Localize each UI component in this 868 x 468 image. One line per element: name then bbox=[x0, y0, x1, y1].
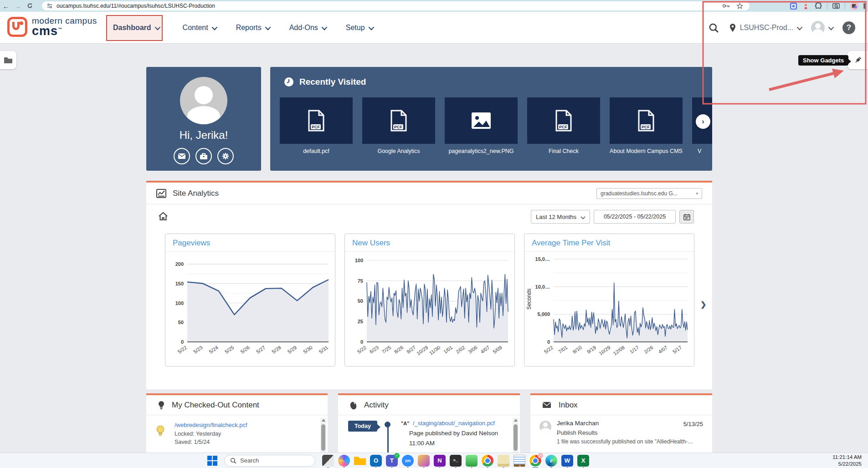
windows-start-button[interactable] bbox=[207, 456, 217, 466]
password-key-icon[interactable] bbox=[722, 3, 730, 9]
taskbar-clock[interactable]: 11:21:14 AM 5/22/2025 bbox=[832, 454, 862, 468]
help-button[interactable]: ? bbox=[842, 21, 855, 34]
browser-forward-icon[interactable]: → bbox=[12, 2, 24, 10]
taskbar-icon-task-view[interactable] bbox=[322, 455, 334, 467]
extension-lighthouse-icon[interactable] bbox=[802, 2, 810, 10]
site-settings-icon[interactable] bbox=[46, 3, 53, 9]
taskbar-icon-outlook[interactable]: O bbox=[370, 455, 382, 467]
calendar-button[interactable] bbox=[679, 210, 694, 224]
date-range-input[interactable]: 05/22/2025 - 05/22/2025 bbox=[594, 210, 676, 224]
new-users-chart-title: New Users bbox=[345, 234, 514, 252]
taskbar-icon-terminal[interactable]: >_ bbox=[450, 455, 462, 467]
scroll-thumb[interactable] bbox=[514, 424, 518, 451]
svg-text:100: 100 bbox=[355, 258, 363, 263]
search-tab-icon[interactable] bbox=[832, 2, 840, 10]
svg-text:0: 0 bbox=[547, 339, 550, 345]
address-bar[interactable]: oucampus.lsuhsc.edu/11/#oucampus/lsuhsc/… bbox=[42, 1, 750, 10]
menu-reports[interactable]: Reports bbox=[236, 24, 269, 32]
taskbar-icon-excel[interactable]: X bbox=[577, 455, 589, 467]
activity-time: 11:00 AM bbox=[401, 440, 498, 447]
analytics-carousel-next[interactable]: ❯ bbox=[700, 300, 706, 309]
extension-blue-icon[interactable] bbox=[790, 2, 797, 10]
svg-text:5/24: 5/24 bbox=[208, 345, 219, 355]
recent-tile[interactable]: pageanalytics2_new.PNG bbox=[445, 97, 518, 155]
pcf-file-icon: PCF bbox=[307, 110, 325, 132]
url-text: oucampus.lsuhsc.edu/11/#oucampus/lsuhsc/… bbox=[56, 3, 722, 9]
menu-add-ons[interactable]: Add-Ons bbox=[289, 24, 326, 32]
taskbar-search[interactable]: Search bbox=[224, 455, 315, 467]
modern-campus-logo[interactable]: modern campus cms™ bbox=[7, 16, 97, 37]
browser-menu-icon[interactable]: ••• bbox=[863, 3, 865, 9]
activity-file-link[interactable]: /_staging/about/_navigation.pcf bbox=[413, 420, 495, 427]
svg-text:6/23: 6/23 bbox=[369, 345, 380, 355]
browser-profile-avatar[interactable] bbox=[850, 2, 858, 10]
menu-setup[interactable]: Setup bbox=[346, 24, 373, 32]
avg-time-chart-panel: Average Time Per Visit 05,00010,0…15,0…5… bbox=[524, 234, 694, 366]
scroll-up-icon[interactable] bbox=[514, 419, 518, 422]
checked-out-file-link[interactable]: /webredesign/finalcheck.pcf bbox=[175, 422, 247, 428]
svg-text:5/25: 5/25 bbox=[224, 345, 235, 355]
file-navigation-tab[interactable] bbox=[0, 51, 16, 69]
svg-text:100: 100 bbox=[175, 300, 184, 306]
page-type-icon: "A" bbox=[401, 421, 409, 426]
taskbar-icon-chrome-active[interactable]: ◔ bbox=[529, 455, 541, 467]
scroll-up-icon[interactable] bbox=[322, 419, 325, 422]
clock-time: 11:21:14 AM bbox=[832, 454, 862, 461]
svg-text:PCF: PCF bbox=[642, 125, 650, 129]
chevron-down-icon bbox=[368, 24, 374, 30]
taskbar-icon-edge[interactable]: e bbox=[545, 455, 557, 467]
taskbar-icon-chrome[interactable] bbox=[482, 455, 493, 467]
taskbar-icon-zoom[interactable]: zm bbox=[402, 455, 414, 467]
taskbar-icon-word[interactable]: W bbox=[561, 455, 573, 467]
chevron-down-icon bbox=[828, 24, 834, 30]
clock-date: 5/22/2025 bbox=[832, 461, 862, 468]
taskbar-icon-onenote[interactable]: N bbox=[434, 455, 446, 467]
pageviews-chart-title: Pageviews bbox=[165, 234, 335, 252]
recent-tile[interactable]: PCF Google Analytics bbox=[362, 97, 435, 155]
svg-text:1/17: 1/17 bbox=[629, 345, 640, 355]
pcf-file-icon: PCF bbox=[637, 110, 655, 132]
svg-text:10,0…: 10,0… bbox=[535, 284, 550, 290]
avg-time-chart-title: Average Time Per Visit bbox=[524, 234, 694, 252]
inbox-button[interactable] bbox=[174, 148, 190, 164]
taskbar-icon-designer[interactable] bbox=[418, 455, 430, 467]
browser-back-icon[interactable]: ← bbox=[0, 2, 12, 10]
svg-text:0: 0 bbox=[360, 339, 363, 345]
taskbar-icon-remote-desktop[interactable] bbox=[466, 455, 478, 467]
taskbar-search-label: Search bbox=[240, 457, 259, 464]
date-range-select[interactable]: Last 12 Months bbox=[531, 210, 590, 224]
bookmark-star-icon[interactable] bbox=[736, 3, 743, 10]
recent-tile[interactable]: PCF About Modern Campus CMS bbox=[610, 97, 683, 155]
browser-refresh-icon[interactable] bbox=[24, 2, 36, 10]
greeting-card: Hi, Jerika! bbox=[146, 67, 261, 171]
site-selector[interactable]: LSUHSC-Prod... bbox=[729, 23, 801, 32]
extensions-puzzle-icon[interactable] bbox=[815, 2, 822, 10]
scroll-thumb[interactable] bbox=[321, 424, 325, 451]
menu-dashboard[interactable]: Dashboard bbox=[109, 24, 163, 32]
taskbar-icon-file-explorer[interactable] bbox=[354, 455, 366, 467]
recently-visited-next-button[interactable]: › bbox=[696, 114, 710, 129]
chevron-down-icon bbox=[580, 214, 585, 219]
svg-text:5/22: 5/22 bbox=[177, 345, 188, 355]
workflow-button[interactable] bbox=[195, 148, 212, 164]
recent-tile[interactable]: PCF Final Check bbox=[527, 97, 600, 155]
menu-content[interactable]: Content bbox=[183, 24, 216, 32]
analytics-site-dropdown[interactable]: graduatestudies.lsuhsc.edu G... ▾ bbox=[596, 188, 702, 199]
greeting-text: Hi, Jerika! bbox=[146, 129, 261, 142]
taskbar-icon-teams[interactable]: T✓ bbox=[386, 455, 398, 467]
svg-text:4/07: 4/07 bbox=[657, 345, 668, 355]
settings-button[interactable] bbox=[217, 148, 234, 164]
user-menu[interactable] bbox=[811, 21, 832, 35]
search-icon[interactable] bbox=[709, 23, 719, 33]
timeline-dot bbox=[385, 422, 390, 427]
taskbar-icon-printer[interactable] bbox=[498, 455, 509, 467]
checked-out-lightbulb-icon[interactable] bbox=[156, 425, 164, 437]
svg-text:9/27: 9/27 bbox=[406, 345, 416, 355]
recent-tile[interactable]: PCF default.pcf bbox=[280, 97, 353, 155]
annotation-arrow-head bbox=[832, 69, 844, 78]
taskbar-icon-copilot[interactable] bbox=[338, 455, 350, 467]
taskbar-icon-notepad[interactable] bbox=[514, 455, 525, 467]
analytics-home-button[interactable] bbox=[158, 212, 168, 223]
inbox-message-row[interactable]: Jerika Marchan 5/13/25 Publish Results 1… bbox=[539, 420, 703, 445]
site-analytics-title: Site Analytics bbox=[173, 189, 219, 198]
